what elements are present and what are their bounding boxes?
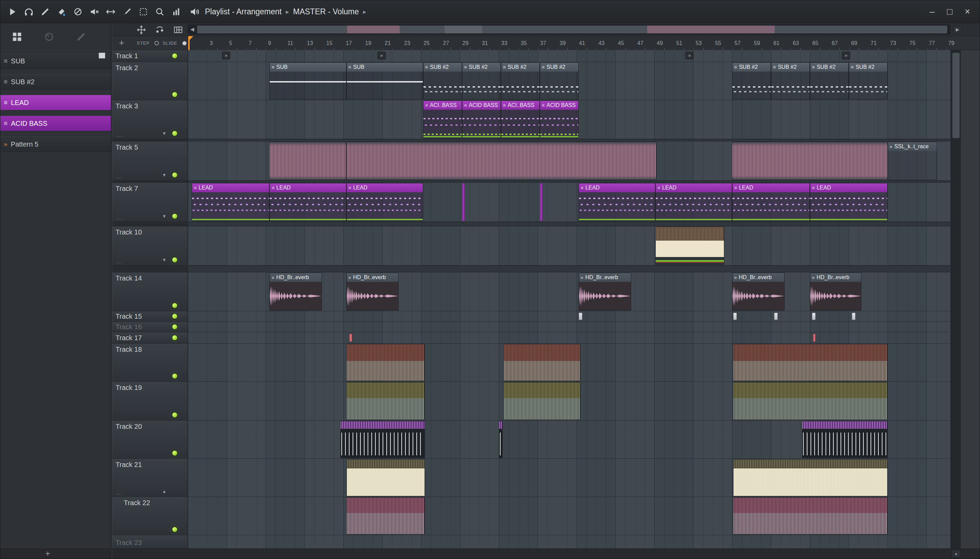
add-pattern-button[interactable]: +	[45, 549, 50, 558]
sidebar-scrollbar-thumb[interactable]	[99, 53, 105, 59]
clip-lead[interactable]: ≡LEAD	[192, 183, 269, 221]
clip-sub-2[interactable]: ≡SUB #2	[462, 62, 501, 99]
clip-lead[interactable]: ≡LEAD	[579, 183, 656, 221]
piano-roll-icon[interactable]	[173, 25, 183, 35]
vertical-scrollbar[interactable]	[951, 50, 961, 548]
mute-led[interactable]	[172, 131, 177, 136]
pattern-grid-icon[interactable]	[12, 32, 22, 42]
clip-sub-2[interactable]: ≡SUB #2	[732, 62, 771, 99]
panner-icon[interactable]	[104, 5, 117, 18]
clip-w18[interactable]	[346, 344, 425, 381]
clip-gray[interactable]	[774, 313, 778, 320]
clip-w19[interactable]	[346, 382, 425, 420]
time-marker[interactable]: »	[842, 52, 850, 59]
step-toggle[interactable]	[154, 41, 159, 45]
track-options-ellipsis[interactable]: ...	[116, 174, 123, 180]
track-header-track-19[interactable]: Track 19	[112, 382, 187, 421]
clip-w19[interactable]	[733, 382, 887, 420]
mute-led[interactable]	[172, 53, 177, 59]
track-header-track-1[interactable]: Track 1	[112, 50, 187, 62]
track-header-track-21[interactable]: Track 21▲...	[112, 459, 187, 497]
slash-icon[interactable]	[71, 5, 84, 18]
clip-acid-bass[interactable]: ≡ACID BASS	[462, 101, 501, 138]
mute-led[interactable]	[172, 527, 177, 532]
clip-hd-br-everb[interactable]: »HD_Br..everb	[269, 273, 322, 311]
clip-w5[interactable]	[732, 142, 887, 180]
track-header-track-15[interactable]: Track 15	[112, 311, 187, 322]
clip-lead[interactable]: ≡LEAD	[656, 183, 732, 221]
mute-led[interactable]	[172, 336, 177, 341]
collapse-arrow-icon[interactable]: ▲	[162, 489, 166, 494]
mute-led[interactable]	[172, 172, 177, 178]
expand-arrow-icon[interactable]: ▼	[162, 257, 166, 263]
track-header-track-16[interactable]: Track 16	[112, 322, 187, 332]
clip-purple[interactable]	[540, 183, 543, 221]
clip-lead[interactable]: ≡LEAD	[269, 183, 346, 221]
clip-drums[interactable]	[802, 421, 887, 458]
clip-gray[interactable]	[579, 313, 583, 320]
expand-arrow-icon[interactable]: ▼	[162, 172, 166, 178]
meter-icon[interactable]	[169, 5, 182, 18]
track-header-track-7[interactable]: Track 7▼...	[112, 183, 187, 222]
track-header-track-23[interactable]: Track 23	[112, 535, 187, 548]
track-options-ellipsis[interactable]: ...	[116, 215, 123, 221]
clip-stack10[interactable]	[656, 227, 724, 265]
mute-led[interactable]	[172, 92, 177, 97]
slide-toggle[interactable]	[182, 41, 187, 45]
clip-gray[interactable]	[852, 313, 856, 320]
knob-icon[interactable]	[44, 32, 54, 42]
clip-lead[interactable]: ≡LEAD	[732, 183, 810, 221]
track-options-ellipsis[interactable]: ...	[116, 132, 123, 138]
mute-led[interactable]	[172, 303, 177, 308]
mute-led[interactable]	[172, 324, 177, 330]
mute-led[interactable]	[172, 314, 177, 319]
clip-aci-bass[interactable]: ≡ACI..BASS	[501, 101, 540, 138]
maximize-button[interactable]: □	[947, 7, 952, 17]
slide-icon[interactable]	[154, 25, 165, 35]
mute-led[interactable]	[172, 214, 177, 219]
track-header-track-10[interactable]: Track 10▼...	[112, 227, 187, 266]
clip-w5[interactable]	[269, 142, 346, 180]
clip-cream[interactable]	[733, 459, 887, 496]
add-track-button[interactable]: +	[119, 38, 124, 48]
clip-w22[interactable]	[733, 497, 887, 534]
vertical-scroll-thumb[interactable]	[952, 53, 960, 138]
pattern-item-pattern-5[interactable]: »Pattern 5	[0, 136, 111, 152]
mute-icon[interactable]	[88, 5, 101, 18]
draw-icon[interactable]	[38, 5, 51, 18]
clip-hd-br-everb[interactable]: »HD_Br..everb	[346, 273, 399, 311]
clip-gray[interactable]	[812, 313, 816, 320]
clip-hd-br-everb[interactable]: »HD_Br..everb	[810, 273, 861, 311]
minimize-button[interactable]: –	[930, 7, 935, 17]
close-button[interactable]: ×	[965, 7, 970, 17]
headphones-icon[interactable]	[22, 5, 35, 18]
pencil-icon[interactable]	[76, 32, 86, 42]
pan-icon[interactable]	[136, 25, 146, 35]
clip-sub-2[interactable]: ≡SUB #2	[810, 62, 849, 99]
brush-icon[interactable]	[120, 5, 133, 18]
pattern-item-acid-bass[interactable]: ≡ACID BASS	[0, 116, 111, 131]
clip-sub[interactable]: ≡SUB	[346, 62, 423, 99]
clip-ssl-k-t-race[interactable]: »SSL_k..t_race	[887, 142, 937, 180]
clip-drums[interactable]	[499, 421, 503, 458]
clip-cream[interactable]	[346, 459, 425, 496]
track-options-ellipsis[interactable]: ...	[116, 258, 123, 265]
track-header-track-5[interactable]: Track 5▼...	[112, 141, 187, 181]
clip-w18[interactable]	[733, 344, 887, 381]
pattern-item-sub[interactable]: ≡SUB	[0, 53, 111, 69]
time-marker[interactable]: »	[377, 52, 386, 59]
clip-purple[interactable]	[462, 183, 465, 221]
track-header-track-22[interactable]: Track 22	[112, 497, 187, 535]
mute-led[interactable]	[172, 451, 177, 456]
play-icon[interactable]	[6, 5, 19, 18]
pattern-item-lead[interactable]: ≡LEAD	[0, 95, 111, 111]
select-icon[interactable]	[137, 5, 150, 18]
clip-red[interactable]	[349, 334, 352, 342]
clip-sub-2[interactable]: ≡SUB #2	[849, 62, 887, 99]
playhead-marker[interactable]	[188, 36, 190, 50]
clip-w19[interactable]	[504, 382, 580, 420]
track-options-ellipsis[interactable]: ...	[116, 490, 123, 496]
time-marker[interactable]: »	[222, 52, 230, 59]
scroll-right-arrow-icon[interactable]	[953, 26, 962, 34]
scroll-left-arrow-icon[interactable]	[190, 26, 194, 32]
